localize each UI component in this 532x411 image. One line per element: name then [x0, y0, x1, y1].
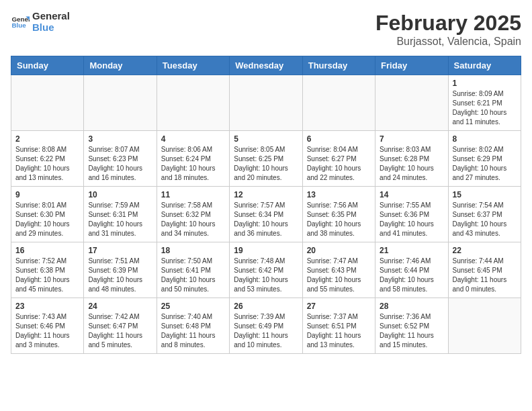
day-info: Sunrise: 7:44 AM Sunset: 6:45 PM Dayligh… [453, 257, 517, 294]
day-number: 20 [307, 246, 371, 255]
calendar-cell: 17Sunrise: 7:51 AM Sunset: 6:39 PM Dayli… [84, 242, 157, 298]
day-info: Sunrise: 8:02 AM Sunset: 6:29 PM Dayligh… [453, 145, 517, 183]
day-number: 16 [15, 246, 79, 255]
calendar-cell: 20Sunrise: 7:47 AM Sunset: 6:43 PM Dayli… [302, 242, 375, 298]
logo-blue: Blue [32, 22, 70, 34]
day-number: 5 [234, 134, 298, 144]
calendar-cell: 13Sunrise: 7:56 AM Sunset: 6:35 PM Dayli… [302, 187, 375, 242]
logo-icon: General Blue [11, 13, 30, 32]
svg-text:Blue: Blue [11, 21, 26, 29]
day-number: 6 [307, 134, 371, 144]
calendar-cell: 8Sunrise: 8:02 AM Sunset: 6:29 PM Daylig… [448, 131, 521, 187]
calendar-cell [230, 75, 302, 131]
location-title: Burjassot, Valencia, Spain [375, 36, 521, 48]
day-number: 22 [453, 246, 517, 255]
day-info: Sunrise: 7:48 AM Sunset: 6:42 PM Dayligh… [234, 257, 298, 294]
weekday-header-tuesday: Tuesday [157, 56, 229, 75]
day-info: Sunrise: 7:39 AM Sunset: 6:49 PM Dayligh… [234, 312, 298, 350]
weekday-header-row: SundayMondayTuesdayWednesdayThursdayFrid… [11, 56, 521, 75]
weekday-header-sunday: Sunday [11, 56, 84, 75]
day-info: Sunrise: 7:36 AM Sunset: 6:52 PM Dayligh… [380, 312, 443, 350]
weekday-header-saturday: Saturday [448, 56, 521, 75]
day-number: 14 [380, 190, 443, 199]
day-info: Sunrise: 8:09 AM Sunset: 6:21 PM Dayligh… [453, 89, 517, 127]
calendar-cell [84, 75, 157, 131]
day-info: Sunrise: 8:08 AM Sunset: 6:22 PM Dayligh… [15, 145, 79, 183]
weekday-header-wednesday: Wednesday [230, 56, 302, 75]
calendar-cell: 24Sunrise: 7:42 AM Sunset: 6:47 PM Dayli… [84, 298, 157, 354]
day-info: Sunrise: 7:52 AM Sunset: 6:38 PM Dayligh… [15, 257, 79, 294]
calendar-cell [448, 298, 521, 354]
day-info: Sunrise: 7:43 AM Sunset: 6:46 PM Dayligh… [15, 312, 79, 350]
day-number: 7 [380, 134, 443, 144]
day-info: Sunrise: 7:37 AM Sunset: 6:51 PM Dayligh… [307, 312, 371, 350]
day-number: 1 [453, 79, 517, 88]
week-row-4: 16Sunrise: 7:52 AM Sunset: 6:38 PM Dayli… [11, 242, 521, 298]
calendar-cell [302, 75, 375, 131]
week-row-3: 9Sunrise: 8:01 AM Sunset: 6:30 PM Daylig… [11, 187, 521, 242]
calendar-cell: 7Sunrise: 8:03 AM Sunset: 6:28 PM Daylig… [375, 131, 448, 187]
calendar-cell: 1Sunrise: 8:09 AM Sunset: 6:21 PM Daylig… [448, 75, 521, 131]
day-number: 24 [88, 302, 152, 311]
month-title: February 2025 [375, 11, 521, 36]
calendar-cell: 3Sunrise: 8:07 AM Sunset: 6:23 PM Daylig… [84, 131, 157, 187]
calendar-cell: 23Sunrise: 7:43 AM Sunset: 6:46 PM Dayli… [11, 298, 84, 354]
calendar-cell: 16Sunrise: 7:52 AM Sunset: 6:38 PM Dayli… [11, 242, 84, 298]
logo: General Blue General Blue [11, 11, 70, 33]
logo-general: General [32, 11, 70, 22]
day-number: 4 [161, 134, 225, 144]
day-number: 23 [15, 302, 79, 311]
weekday-header-thursday: Thursday [302, 56, 375, 75]
day-info: Sunrise: 8:04 AM Sunset: 6:27 PM Dayligh… [307, 145, 371, 183]
calendar-cell: 26Sunrise: 7:39 AM Sunset: 6:49 PM Dayli… [230, 298, 302, 354]
day-number: 15 [453, 190, 517, 199]
calendar-cell: 2Sunrise: 8:08 AM Sunset: 6:22 PM Daylig… [11, 131, 84, 187]
calendar-cell: 27Sunrise: 7:37 AM Sunset: 6:51 PM Dayli… [302, 298, 375, 354]
calendar-cell [375, 75, 448, 131]
week-row-1: 1Sunrise: 8:09 AM Sunset: 6:21 PM Daylig… [11, 75, 521, 131]
day-number: 2 [15, 134, 79, 144]
day-number: 25 [161, 302, 225, 311]
day-info: Sunrise: 8:01 AM Sunset: 6:30 PM Dayligh… [15, 201, 79, 238]
calendar-cell: 11Sunrise: 7:58 AM Sunset: 6:32 PM Dayli… [157, 187, 229, 242]
page-header: General Blue General Blue February 2025 … [11, 11, 521, 48]
week-row-2: 2Sunrise: 8:08 AM Sunset: 6:22 PM Daylig… [11, 131, 521, 187]
day-number: 28 [380, 302, 443, 311]
calendar-cell: 15Sunrise: 7:54 AM Sunset: 6:37 PM Dayli… [448, 187, 521, 242]
day-number: 12 [234, 190, 298, 199]
day-info: Sunrise: 8:05 AM Sunset: 6:25 PM Dayligh… [234, 145, 298, 183]
week-row-5: 23Sunrise: 7:43 AM Sunset: 6:46 PM Dayli… [11, 298, 521, 354]
calendar-cell: 6Sunrise: 8:04 AM Sunset: 6:27 PM Daylig… [302, 131, 375, 187]
day-info: Sunrise: 7:50 AM Sunset: 6:41 PM Dayligh… [161, 257, 225, 294]
day-info: Sunrise: 7:51 AM Sunset: 6:39 PM Dayligh… [88, 257, 152, 294]
day-number: 11 [161, 190, 225, 199]
day-number: 13 [307, 190, 371, 199]
calendar-cell [157, 75, 229, 131]
day-info: Sunrise: 7:47 AM Sunset: 6:43 PM Dayligh… [307, 257, 371, 294]
weekday-header-monday: Monday [84, 56, 157, 75]
day-number: 17 [88, 246, 152, 255]
day-info: Sunrise: 8:06 AM Sunset: 6:24 PM Dayligh… [161, 145, 225, 183]
calendar-cell: 9Sunrise: 8:01 AM Sunset: 6:30 PM Daylig… [11, 187, 84, 242]
calendar-cell: 22Sunrise: 7:44 AM Sunset: 6:45 PM Dayli… [448, 242, 521, 298]
calendar-cell: 25Sunrise: 7:40 AM Sunset: 6:48 PM Dayli… [157, 298, 229, 354]
day-number: 19 [234, 246, 298, 255]
day-info: Sunrise: 7:55 AM Sunset: 6:36 PM Dayligh… [380, 201, 443, 238]
day-number: 8 [453, 134, 517, 144]
day-info: Sunrise: 7:40 AM Sunset: 6:48 PM Dayligh… [161, 312, 225, 350]
calendar-cell: 19Sunrise: 7:48 AM Sunset: 6:42 PM Dayli… [230, 242, 302, 298]
calendar-cell [11, 75, 84, 131]
calendar-cell: 12Sunrise: 7:57 AM Sunset: 6:34 PM Dayli… [230, 187, 302, 242]
title-area: February 2025 Burjassot, Valencia, Spain [375, 11, 521, 48]
calendar-cell: 28Sunrise: 7:36 AM Sunset: 6:52 PM Dayli… [375, 298, 448, 354]
calendar-table: SundayMondayTuesdayWednesdayThursdayFrid… [11, 56, 521, 354]
day-number: 26 [234, 302, 298, 311]
day-info: Sunrise: 7:54 AM Sunset: 6:37 PM Dayligh… [453, 201, 517, 238]
calendar-cell: 5Sunrise: 8:05 AM Sunset: 6:25 PM Daylig… [230, 131, 302, 187]
day-info: Sunrise: 7:42 AM Sunset: 6:47 PM Dayligh… [88, 312, 152, 350]
day-number: 3 [88, 134, 152, 144]
calendar-cell: 18Sunrise: 7:50 AM Sunset: 6:41 PM Dayli… [157, 242, 229, 298]
day-info: Sunrise: 8:07 AM Sunset: 6:23 PM Dayligh… [88, 145, 152, 183]
day-number: 18 [161, 246, 225, 255]
day-number: 27 [307, 302, 371, 311]
